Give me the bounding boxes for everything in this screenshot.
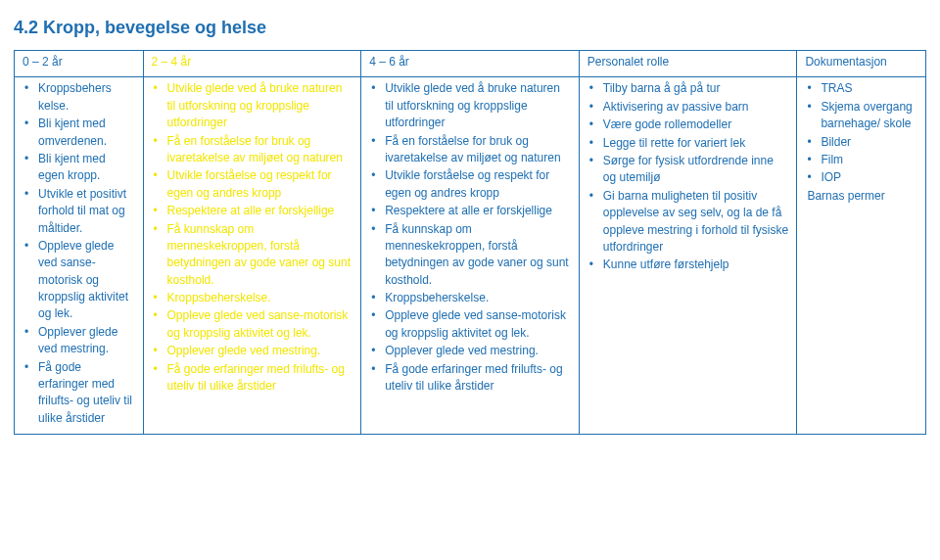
list-2-4: Utvikle glede ved å bruke naturen til ut… [152, 80, 353, 395]
list-item: Sørge for fysisk utfordrende inne og ute… [603, 153, 789, 187]
list-item: TRAS [821, 80, 917, 97]
list-item: Skjema overgang barnehage/ skole [821, 99, 917, 133]
body-row: Kroppsbehers kelse. Bli kjent med omverd… [15, 77, 926, 435]
list-item: Få gode erfaringer med frilufts- og utel… [167, 361, 353, 396]
list-item: Tilby barna å gå på tur [603, 80, 789, 97]
list-item: Respektere at alle er forskjellige [385, 203, 571, 219]
list-item: Aktivisering av passive barn [603, 99, 789, 116]
list-item: Få en forståelse for bruk og ivaretakels… [167, 133, 353, 167]
list-item: Få gode erfaringer med frilufts- og utel… [38, 359, 135, 428]
list-item: Respektere at alle er forskjellige [167, 203, 353, 219]
header-col-2-4: 2 – 4 år [143, 51, 361, 77]
cell-personalet: Tilby barna å gå på tur Aktivisering av … [579, 77, 797, 435]
list-item: Oppleve glede ved sanse-motorisk og krop… [167, 307, 353, 342]
header-col-0-2: 0 – 2 år [15, 51, 144, 77]
list-item: Opplever glede ved mestring. [38, 324, 135, 358]
list-item: Opplever glede ved mestring. [167, 343, 353, 359]
list-item: Kroppsbeherskelse. [167, 290, 353, 306]
list-item: Kroppsbehers kelse. [38, 80, 135, 115]
list-personalet: Tilby barna å gå på tur Aktivisering av … [588, 80, 789, 273]
list-item: Kunne utføre førstehjelp [603, 257, 789, 273]
list-dokumentasjon: TRAS Skjema overgang barnehage/ skole Bi… [805, 80, 917, 186]
list-item: Få kunnskap om menneskekroppen, forstå b… [385, 221, 571, 290]
section-title: 4.2 Kropp, bevegelse og helse [14, 18, 926, 38]
list-item: Utvikle glede ved å bruke naturen til ut… [385, 80, 571, 131]
cell-2-4: Utvikle glede ved å bruke naturen til ut… [143, 77, 361, 435]
curriculum-table: 0 – 2 år 2 – 4 år 4 – 6 år Personalet ro… [14, 50, 926, 435]
list-4-6: Utvikle glede ved å bruke naturen til ut… [369, 80, 571, 395]
list-item: Utvikle forståelse og respekt for egen o… [385, 167, 571, 202]
header-col-personalet: Personalet rolle [579, 51, 797, 77]
list-item: Oppleve glede ved sanse-motorisk og krop… [38, 238, 135, 323]
list-item: Få gode erfaringer med frilufts- og utel… [385, 361, 571, 396]
list-item: Få kunnskap om menneskekroppen, forstå b… [167, 221, 353, 290]
header-col-4-6: 4 – 6 år [361, 51, 580, 77]
list-item: Utvikle glede ved å bruke naturen til ut… [167, 80, 353, 131]
list-item: Utvikle et positivt forhold til mat og m… [38, 186, 135, 237]
cell-4-6: Utvikle glede ved å bruke naturen til ut… [361, 77, 580, 435]
list-item: IOP [821, 169, 917, 186]
list-item: Gi barna muligheten til positiv opplevel… [603, 188, 789, 257]
list-item: Kroppsbeherskelse. [385, 290, 571, 306]
list-item: Film [821, 152, 917, 168]
header-col-dokumentasjon: Dokumentasjon [797, 51, 926, 77]
list-item: Utvikle forståelse og respekt for egen o… [167, 167, 353, 202]
list-item: Legge til rette for variert lek [603, 135, 789, 152]
list-item: Bli kjent med egen kropp. [38, 151, 135, 185]
cell-dokumentasjon: TRAS Skjema overgang barnehage/ skole Bi… [797, 77, 926, 435]
list-item: Bilder [821, 134, 917, 151]
list-item: Være gode rollemodeller [603, 117, 789, 133]
list-item: Få en forståelse for bruk og ivaretakels… [385, 133, 571, 167]
extra-text: Barnas permer [805, 188, 917, 205]
list-item: Opplever glede ved mestring. [385, 343, 571, 359]
cell-0-2: Kroppsbehers kelse. Bli kjent med omverd… [15, 77, 144, 435]
list-item: Oppleve glede ved sanse-motorisk og krop… [385, 307, 571, 342]
list-item: Bli kjent med omverdenen. [38, 116, 135, 150]
list-0-2: Kroppsbehers kelse. Bli kjent med omverd… [23, 80, 135, 427]
header-row: 0 – 2 år 2 – 4 år 4 – 6 år Personalet ro… [15, 51, 926, 77]
